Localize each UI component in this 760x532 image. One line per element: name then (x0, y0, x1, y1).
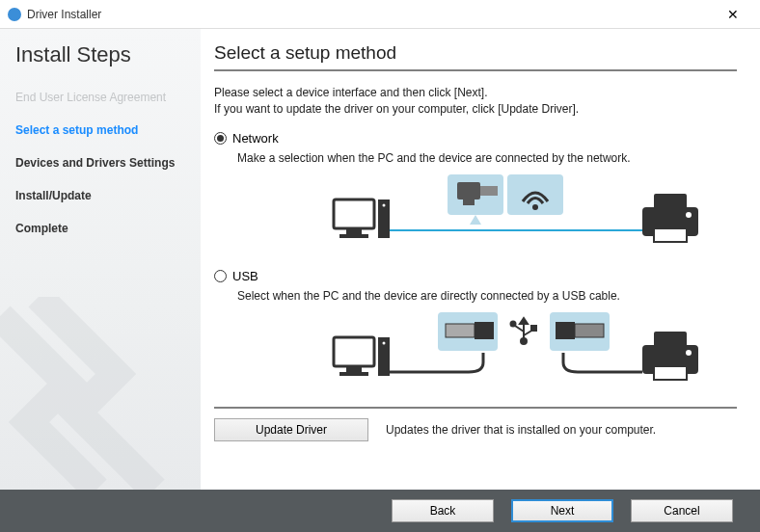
intro-line-1: Please select a device interface and the… (214, 85, 737, 101)
svg-rect-35 (654, 332, 687, 347)
sidebar-heading: Install Steps (15, 42, 189, 67)
page-heading: Select a setup method (214, 42, 737, 64)
update-driver-desc: Updates the driver that is installed on … (386, 423, 656, 437)
update-row: Update Driver Updates the driver that is… (214, 407, 737, 441)
svg-rect-25 (475, 322, 494, 339)
title-bar: Driver Installer ✕ (0, 0, 760, 29)
svg-rect-15 (654, 228, 687, 242)
option-network-desc: Make a selection when the PC and the dev… (237, 151, 737, 165)
svg-point-29 (511, 321, 516, 326)
step-install: Install/Update (15, 189, 189, 202)
option-usb-desc: Select when the PC and the device are di… (237, 289, 737, 303)
heading-rule (214, 69, 737, 71)
svg-rect-19 (339, 372, 368, 376)
intro-text: Please select a device interface and the… (214, 85, 737, 118)
diagram-network (237, 173, 737, 259)
main-panel: Select a setup method Please select a de… (201, 29, 760, 490)
intro-line-2: If you want to update the driver on your… (214, 101, 737, 118)
svg-rect-11 (480, 186, 498, 196)
svg-rect-31 (531, 326, 536, 331)
window-title: Driver Installer (27, 8, 714, 21)
svg-point-12 (532, 204, 538, 210)
svg-rect-36 (654, 366, 687, 380)
svg-rect-33 (575, 324, 604, 337)
svg-rect-24 (446, 324, 475, 337)
back-button[interactable]: Back (392, 499, 494, 522)
svg-rect-10 (463, 200, 475, 205)
radio-icon (214, 270, 227, 282)
svg-rect-2 (339, 234, 368, 238)
close-icon[interactable]: ✕ (714, 7, 752, 22)
radio-network-label: Network (232, 131, 279, 146)
next-button[interactable]: Next (511, 499, 613, 522)
footer: Back Next Cancel (0, 490, 760, 532)
svg-rect-18 (346, 366, 362, 372)
sidebar-decoration (0, 297, 201, 490)
cancel-button[interactable]: Cancel (631, 499, 733, 522)
svg-point-21 (383, 341, 386, 344)
step-complete: Complete (15, 222, 189, 235)
radio-network[interactable]: Network (214, 131, 737, 146)
svg-line-28 (515, 326, 524, 332)
svg-rect-1 (346, 228, 362, 234)
svg-point-16 (686, 212, 692, 218)
step-setup-method: Select a setup method (15, 123, 189, 137)
option-usb: USB Select when the PC and the device ar… (214, 269, 737, 397)
svg-point-4 (383, 203, 386, 206)
svg-rect-9 (457, 182, 480, 200)
radio-usb-label: USB (232, 269, 258, 283)
svg-rect-14 (654, 194, 687, 209)
radio-icon (214, 132, 227, 145)
svg-rect-0 (334, 200, 374, 228)
option-network: Network Make a selection when the PC and… (214, 131, 737, 259)
diagram-usb (237, 310, 737, 397)
sidebar: Install Steps End User License Agreement… (0, 29, 201, 490)
step-devices: Devices and Drivers Settings (15, 156, 189, 170)
svg-rect-17 (334, 337, 374, 366)
update-driver-button[interactable]: Update Driver (214, 418, 368, 441)
radio-usb[interactable]: USB (214, 269, 737, 283)
svg-rect-32 (556, 322, 575, 339)
step-eula: End User License Agreement (15, 91, 189, 104)
app-icon (8, 8, 21, 21)
svg-point-37 (686, 350, 692, 356)
